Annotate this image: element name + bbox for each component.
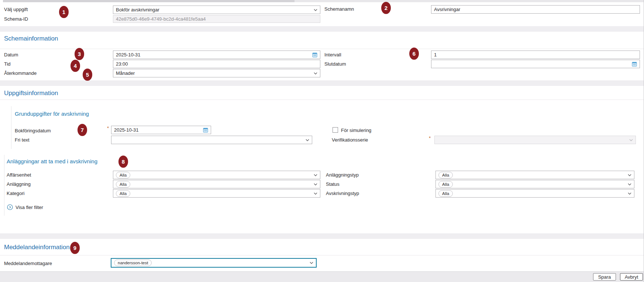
bokforingsdatum-input[interactable]: 2025-10-31 (111, 126, 211, 134)
fri-text-label: Fri text (15, 137, 30, 143)
annotation-badge-4: 4 (70, 60, 80, 72)
chevron-down-icon (310, 262, 313, 264)
annotation-badge-9: 9 (70, 242, 80, 254)
required-asterisk: * (429, 136, 431, 141)
chevron-down-icon (306, 139, 309, 141)
anlaggning-label: Anläggning (7, 181, 31, 187)
calendar-icon[interactable] (632, 62, 637, 67)
chevron-down-icon (314, 72, 317, 74)
bokforingsdatum-label: Bokföringsdatum (15, 128, 51, 134)
filter-tag: Alla (116, 181, 130, 188)
datum-input[interactable]: 2025-10-31 (113, 51, 320, 59)
verifikationsserie-label: Verifikationsserie (332, 137, 368, 143)
annotation-badge-7: 7 (78, 124, 87, 136)
meddelandemottagare-select[interactable]: nandersson-test (111, 258, 317, 268)
filter-tag: Alla (116, 190, 130, 197)
recipient-tag: nandersson-test (114, 260, 152, 266)
annotation-badge-6: 6 (409, 48, 419, 60)
intervall-value: 1 (434, 52, 437, 58)
tid-label: Tid (4, 61, 11, 67)
status-label: Status (326, 181, 340, 187)
avskrivningstyp-label: Avskrivningstyp (326, 191, 359, 196)
status-select[interactable]: Alla (435, 180, 634, 188)
datum-label: Datum (4, 52, 18, 58)
section-separator (0, 233, 644, 239)
affarsenhet-select[interactable]: Alla (113, 171, 320, 179)
tid-value: 23:00 (116, 61, 128, 67)
footer-bar (0, 271, 644, 282)
section-divider (0, 100, 644, 100)
intervall-input[interactable]: 1 (431, 51, 640, 59)
task-select-value: Bokför avskrivningar (116, 7, 159, 13)
circle-chevron-right-icon (7, 204, 13, 210)
meddelandemottagare-label: Meddelandemottagare (4, 261, 52, 267)
chevron-down-icon (629, 139, 633, 141)
annotation-badge-2: 2 (381, 2, 391, 14)
intervall-label: Intervall (324, 52, 341, 58)
task-section-title: Uppgiftsinformation (4, 90, 58, 97)
basic-subsection-title: Grunduppgifter för avskrivning (15, 111, 89, 117)
filter-tag: Alla (438, 190, 453, 197)
section-divider (0, 255, 644, 255)
subsection-border (4, 155, 4, 216)
filter-tag: Alla (438, 172, 453, 178)
cancel-button[interactable]: Avbryt (620, 273, 643, 281)
affarsenhet-label: Affärsenhet (7, 172, 31, 178)
chevron-down-icon (628, 192, 631, 195)
required-asterisk: * (107, 126, 109, 131)
filter-tag: Alla (116, 172, 130, 178)
calendar-icon[interactable] (312, 52, 317, 58)
annotation-badge-3: 3 (75, 48, 84, 60)
chevron-down-icon (628, 174, 631, 176)
annotation-badge-5: 5 (83, 69, 92, 81)
chevron-down-icon (314, 9, 317, 11)
slutdatum-label: Slutdatum (324, 61, 346, 67)
schema-id-input: 42e875d0-46e9-4749-bc2d-4ca481fe5aa4 (113, 15, 320, 23)
fri-text-select[interactable] (111, 136, 312, 144)
schema-name-label: Schemanamn (324, 6, 354, 12)
anlaggning-select[interactable]: Alla (113, 180, 320, 188)
scheduled-task-form: Välj uppgift 1 Bokför avskrivningar Sche… (0, 0, 644, 282)
verifikationsserie-select (434, 136, 636, 144)
schema-name-value: Avsrivningar (434, 7, 460, 12)
slutdatum-input[interactable] (431, 60, 640, 68)
kategori-select[interactable]: Alla (113, 189, 320, 198)
chevron-down-icon (628, 183, 631, 185)
annotation-badge-8: 8 (118, 156, 128, 168)
aterkommande-select[interactable]: Månader (113, 69, 320, 77)
show-more-filters-link[interactable]: Visa fler filter (7, 204, 43, 210)
message-section-title: Meddelandeinformation (4, 244, 70, 251)
for-simulering-label: För simulering (341, 128, 371, 133)
aterkommande-label: Återkommande (4, 70, 37, 76)
anlaggningstyp-select[interactable]: Alla (435, 171, 634, 179)
for-simulering-checkbox[interactable] (333, 127, 338, 133)
top-strip-right (295, 0, 644, 2)
section-separator (0, 26, 644, 32)
anlaggningstyp-label: Anläggningstyp (326, 172, 359, 178)
calendar-icon[interactable] (203, 128, 208, 133)
schema-id-label: Schema-ID (4, 16, 28, 22)
section-divider (0, 49, 644, 49)
show-more-filters-label: Visa fler filter (16, 205, 43, 210)
schema-id-value: 42e875d0-46e9-4749-bc2d-4ca481fe5aa4 (116, 16, 206, 22)
bokforingsdatum-value: 2025-10-31 (114, 127, 139, 133)
aterkommande-value: Månader (116, 70, 135, 76)
tid-input[interactable]: 23:00 (113, 60, 320, 68)
datum-value: 2025-10-31 (116, 52, 141, 58)
section-separator (0, 80, 644, 86)
chevron-down-icon (314, 183, 317, 185)
save-button[interactable]: Spara (593, 273, 616, 281)
chevron-down-icon (314, 174, 317, 176)
chevron-down-icon (314, 192, 317, 195)
kategori-label: Kategori (7, 191, 24, 196)
subsection-border (11, 106, 11, 149)
annotation-badge-1: 1 (59, 6, 69, 18)
task-select[interactable]: Bokför avskrivningar (113, 6, 320, 14)
assets-subsection-title: Anläggningar att ta med i avskrivning (7, 158, 97, 164)
filter-tag: Alla (438, 181, 453, 188)
schedule-section-title: Schemainformation (4, 35, 58, 42)
schema-name-input[interactable]: Avsrivningar (431, 5, 640, 14)
avskrivningstyp-select[interactable]: Alla (435, 189, 634, 198)
top-strip (3, 0, 295, 2)
task-select-label: Välj uppgift (4, 7, 28, 13)
